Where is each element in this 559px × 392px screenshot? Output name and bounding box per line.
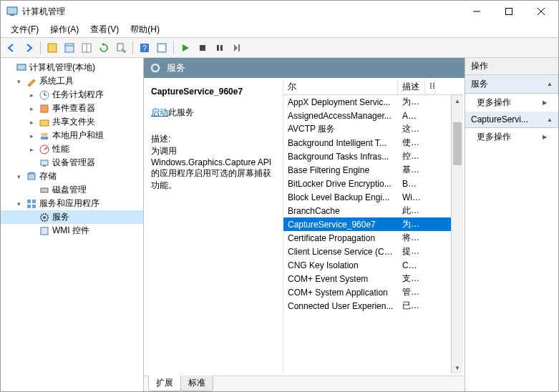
toolbar-icon-3[interactable] bbox=[79, 40, 94, 56]
service-row[interactable]: Certificate Propagation将用... bbox=[283, 231, 463, 245]
menu-help[interactable]: 帮助(H) bbox=[125, 22, 165, 37]
tree-event-viewer[interactable]: ▸ 事件查看器 bbox=[1, 102, 143, 115]
window-controls bbox=[460, 1, 557, 22]
minimize-button[interactable] bbox=[460, 1, 492, 22]
toolbar-icon-2[interactable] bbox=[62, 40, 77, 56]
list-header[interactable]: 尔 描述 ⁞⁞ bbox=[283, 79, 463, 95]
toolbar-icon-1[interactable] bbox=[44, 40, 60, 56]
expand-toggle[interactable]: ▸ bbox=[26, 117, 37, 127]
service-row[interactable]: Client License Service (Cli...提供... bbox=[283, 245, 463, 258]
actions-more-1[interactable]: 更多操作 ▶ bbox=[465, 94, 558, 112]
menu-view[interactable]: 查看(V) bbox=[84, 22, 125, 37]
svg-rect-35 bbox=[41, 188, 48, 192]
tree-label: 本地用户和组 bbox=[52, 129, 104, 142]
scroll-thumb[interactable] bbox=[453, 122, 462, 165]
scroll-down-button[interactable]: ▼ bbox=[452, 362, 463, 374]
description-label: 描述: bbox=[151, 133, 277, 145]
tree-system-tools[interactable]: ▾ 系统工具 bbox=[1, 74, 143, 88]
svg-rect-7 bbox=[65, 44, 74, 52]
actions-more-2[interactable]: 更多操作 ▶ bbox=[465, 128, 558, 146]
start-service-link[interactable]: 启动 bbox=[151, 107, 168, 117]
col-extra[interactable]: ⁞⁞ bbox=[425, 79, 435, 94]
tab-extended[interactable]: 扩展 bbox=[148, 376, 181, 391]
service-row[interactable]: COM+ System Application管理... bbox=[283, 285, 463, 299]
svg-rect-18 bbox=[220, 45, 223, 51]
service-row[interactable]: BranchCache此服... bbox=[283, 204, 463, 217]
tree-local-users[interactable]: ▸ 本地用户和组 bbox=[1, 129, 143, 142]
services-title: 服务 bbox=[167, 62, 185, 74]
service-row[interactable]: Block Level Backup Engi...Win... bbox=[283, 190, 463, 204]
service-list[interactable]: 尔 描述 ⁞⁞ AppX Deployment Servic...为部...As… bbox=[283, 79, 463, 374]
tree-disk-mgmt[interactable]: 磁盘管理 bbox=[1, 183, 143, 197]
service-name-cell: COM+ System Application bbox=[283, 287, 398, 298]
scroll-up-button[interactable]: ▲ bbox=[452, 95, 463, 107]
tree-label: 设备管理器 bbox=[52, 157, 95, 169]
tree-label: 磁盘管理 bbox=[52, 184, 87, 196]
export-button[interactable] bbox=[113, 40, 129, 56]
start-service-button[interactable] bbox=[178, 40, 193, 56]
svg-rect-37 bbox=[32, 200, 36, 203]
service-row[interactable]: CaptureService_960e7为调... bbox=[283, 217, 463, 231]
tree-performance[interactable]: ▸ 性能 bbox=[1, 142, 143, 156]
expand-toggle[interactable]: ▸ bbox=[26, 90, 37, 100]
refresh-button[interactable] bbox=[96, 40, 112, 56]
tree-label: 计算机管理(本地) bbox=[29, 62, 95, 74]
service-desc-cell: 为调... bbox=[398, 217, 425, 231]
service-desc-cell: 此服... bbox=[398, 204, 425, 217]
expand-toggle[interactable]: ▾ bbox=[14, 77, 24, 87]
pause-service-button[interactable] bbox=[212, 40, 228, 56]
expand-toggle[interactable]: ▾ bbox=[14, 172, 24, 182]
menu-file[interactable]: 文件(F) bbox=[5, 22, 44, 37]
expand-toggle[interactable]: ▾ bbox=[14, 199, 24, 209]
restart-service-button[interactable] bbox=[229, 40, 245, 56]
vertical-scrollbar[interactable]: ▲ ▼ bbox=[451, 95, 463, 374]
expand-toggle[interactable]: ▸ bbox=[26, 104, 37, 114]
tree-root[interactable]: 计算机管理(本地) bbox=[1, 61, 143, 74]
menu-action[interactable]: 操作(A) bbox=[44, 22, 84, 37]
svg-rect-42 bbox=[41, 227, 48, 235]
service-row[interactable]: Background Intelligent T...使用... bbox=[283, 136, 463, 150]
service-row[interactable]: AppX Deployment Servic...为部... bbox=[283, 95, 463, 109]
actions-section-selected[interactable]: CaptureServi... ▲ bbox=[465, 112, 558, 128]
tree-services[interactable]: 服务 bbox=[1, 210, 143, 224]
tree-panel[interactable]: 计算机管理(本地) ▾ 系统工具 ▸ 任务计划程序 ▸ 事件查看器 ▸ 共享文件… bbox=[1, 58, 144, 391]
service-row[interactable]: CNG Key IsolationCNG... bbox=[283, 258, 463, 272]
stop-service-button[interactable] bbox=[195, 40, 210, 56]
actions-section-services[interactable]: 服务 ▲ bbox=[465, 75, 558, 94]
service-row[interactable]: Connected User Experien...已连... bbox=[283, 299, 463, 313]
service-row[interactable]: AVCTP 服务这是... bbox=[283, 122, 463, 136]
start-suffix: 此服务 bbox=[168, 107, 194, 117]
service-name-cell: COM+ Event System bbox=[283, 273, 398, 285]
tree-device-manager[interactable]: 设备管理器 bbox=[1, 156, 143, 170]
service-row[interactable]: Base Filtering Engine基本... bbox=[283, 163, 463, 177]
tree-label: WMI 控件 bbox=[52, 225, 89, 237]
tree-storage[interactable]: ▾ 存储 bbox=[1, 170, 143, 183]
service-row[interactable]: BitLocker Drive Encryptio...BDE... bbox=[283, 177, 463, 190]
svg-rect-34 bbox=[28, 174, 35, 180]
device-icon bbox=[39, 157, 50, 169]
close-button[interactable] bbox=[525, 1, 557, 22]
col-desc[interactable]: 描述 bbox=[398, 79, 425, 94]
expand-toggle[interactable]: ▸ bbox=[26, 144, 37, 155]
service-desc-cell: 已连... bbox=[398, 299, 425, 313]
tree-wmi[interactable]: WMI 控件 bbox=[1, 224, 143, 237]
tree-task-scheduler[interactable]: ▸ 任务计划程序 bbox=[1, 88, 143, 102]
svg-point-41 bbox=[43, 216, 46, 219]
service-row[interactable]: COM+ Event System支持... bbox=[283, 272, 463, 285]
help-button[interactable]: ? bbox=[137, 40, 152, 56]
service-name-cell: CNG Key Isolation bbox=[283, 260, 398, 271]
service-row[interactable]: Background Tasks Infras...控制... bbox=[283, 150, 463, 163]
forward-button[interactable] bbox=[21, 40, 37, 56]
description-text: 为调用 Windows.Graphics.Capture API 的应用程序启用… bbox=[151, 145, 277, 192]
service-desc-cell: 控制... bbox=[398, 150, 425, 163]
toolbar: ? bbox=[1, 38, 558, 58]
col-name[interactable]: 尔 bbox=[283, 79, 398, 94]
toolbar-icon-4[interactable] bbox=[154, 40, 170, 56]
back-button[interactable] bbox=[4, 40, 19, 56]
tree-shared-folders[interactable]: ▸ 共享文件夹 bbox=[1, 115, 143, 129]
tab-standard[interactable]: 标准 bbox=[180, 376, 213, 391]
maximize-button[interactable] bbox=[492, 1, 525, 22]
expand-toggle[interactable]: ▸ bbox=[26, 131, 37, 141]
service-row[interactable]: AssignedAccessManager...Assi... bbox=[283, 109, 463, 122]
tree-services-apps[interactable]: ▾ 服务和应用程序 bbox=[1, 197, 143, 210]
